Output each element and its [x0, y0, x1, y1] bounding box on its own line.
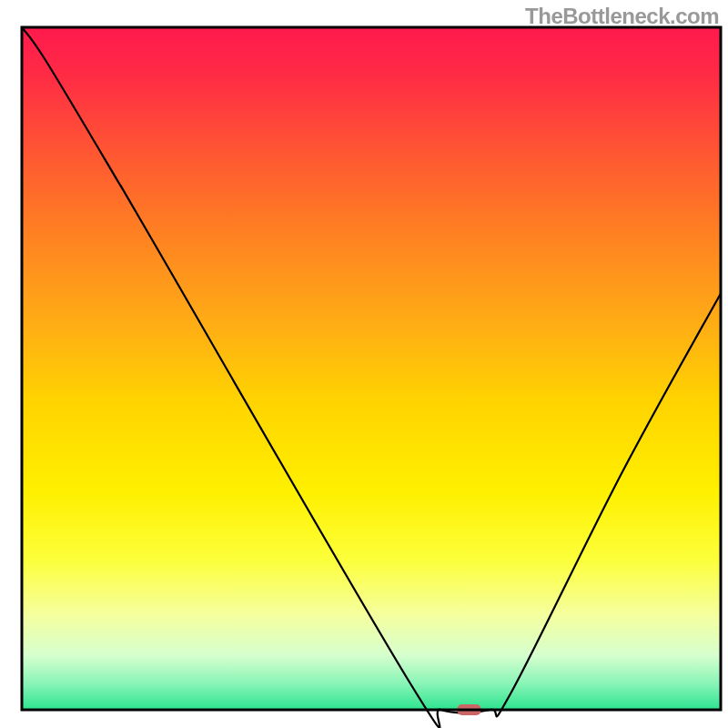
watermark-text: TheBottleneck.com [525, 4, 719, 29]
gradient-background [22, 27, 721, 710]
plot-area [22, 27, 721, 728]
bottleneck-chart [0, 0, 728, 728]
chart-container: TheBottleneck.com [0, 0, 728, 728]
